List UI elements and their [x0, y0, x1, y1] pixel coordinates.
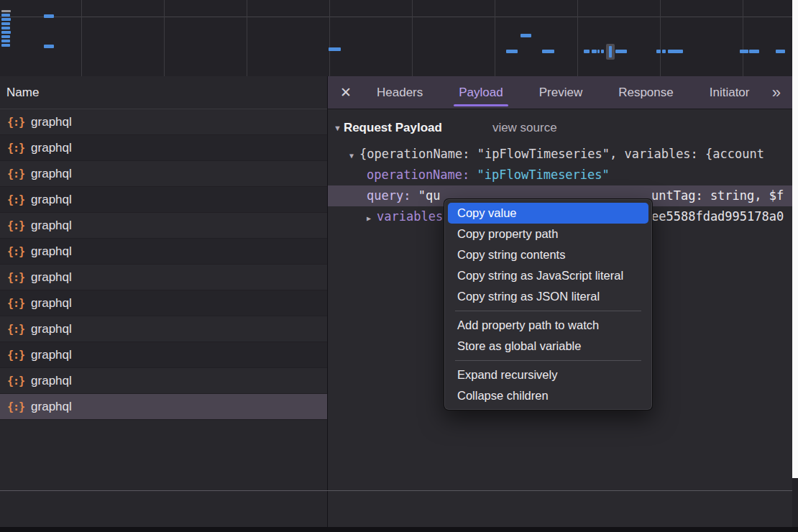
tab-headers[interactable]: Headers: [375, 76, 424, 109]
section-title: Request Payload: [344, 121, 442, 135]
timeline-request-bar: [1, 22, 10, 25]
request-row-graphql[interactable]: {:}graphql: [0, 342, 327, 368]
timeline-request-bar: [506, 50, 518, 53]
timeline-request-bar: [662, 50, 666, 53]
more-tabs-icon[interactable]: »: [772, 83, 781, 102]
json-request-icon: {:}: [7, 193, 24, 206]
menu-item-copy-string-as-json-literal[interactable]: Copy string as JSON literal: [448, 286, 648, 307]
tab-response[interactable]: Response: [617, 76, 675, 109]
json-request-icon: {:}: [7, 219, 24, 232]
tab-payload[interactable]: Payload: [457, 76, 504, 109]
request-name: graphql: [31, 244, 72, 259]
collapsed-triangle-icon[interactable]: ▶: [367, 214, 371, 222]
timeline-request-bar: [656, 50, 661, 53]
request-row-graphql[interactable]: {:}graphql: [0, 135, 327, 161]
timeline-request-bar: [776, 50, 785, 53]
request-row-graphql[interactable]: {:}graphql: [0, 290, 327, 316]
timeline-request-bar: [615, 50, 627, 53]
request-row-graphql[interactable]: {:}graphql: [0, 109, 327, 135]
request-row-graphql[interactable]: {:}graphql: [0, 265, 327, 290]
request-list-panel: Name {:}graphql{:}graphql{:}graphql{:}gr…: [0, 76, 328, 527]
tab-initiator[interactable]: Initiator: [708, 76, 751, 109]
menu-item-copy-string-contents[interactable]: Copy string contents: [448, 244, 648, 265]
json-request-icon: {:}: [7, 323, 24, 336]
request-name: graphql: [31, 270, 72, 285]
menu-item-add-property-path-to-watch[interactable]: Add property path to watch: [448, 315, 648, 336]
json-request-icon: {:}: [7, 116, 24, 129]
menu-item-expand-recursively[interactable]: Expand recursively: [448, 364, 648, 385]
timeline-request-bar: [584, 50, 590, 53]
request-row-graphql[interactable]: {:}graphql: [0, 161, 327, 187]
request-row-graphql[interactable]: {:}graphql: [0, 213, 327, 239]
detail-tab-bar: ✕ HeadersPayloadPreviewResponseInitiator…: [328, 76, 792, 109]
json-request-icon: {:}: [7, 349, 24, 362]
property-value-right: untTag: string, $f: [651, 185, 784, 206]
timeline-request-bar: [668, 50, 683, 53]
view-source-link[interactable]: view source: [492, 121, 557, 135]
name-column-header[interactable]: Name: [0, 76, 327, 109]
name-column-label: Name: [6, 86, 39, 99]
request-name: graphql: [31, 115, 72, 129]
json-request-icon: {:}: [7, 297, 24, 310]
timeline-request-bar: [1, 44, 10, 47]
context-menu: Copy valueCopy property pathCopy string …: [444, 198, 653, 411]
timeline-request-bar: [1, 18, 11, 21]
network-overview-timeline[interactable]: [0, 0, 792, 77]
property-key: query:: [367, 188, 411, 203]
timeline-gridline: [81, 0, 82, 76]
menu-item-copy-string-as-javascript-literal[interactable]: Copy string as JavaScript literal: [448, 265, 648, 286]
timeline-marker-bar: [609, 46, 612, 58]
timeline-request-bar: [749, 50, 759, 53]
tree-row-operation-name[interactable]: operationName: "ipFlowTimeseries": [328, 165, 792, 185]
window-bottom-edge: [0, 527, 798, 532]
timeline-gridline: [412, 0, 413, 76]
timeline-gridline: [743, 0, 743, 76]
request-name: graphql: [31, 193, 72, 207]
menu-item-store-as-global-variable[interactable]: Store as global variable: [448, 336, 648, 357]
expanded-triangle-icon[interactable]: ▼: [349, 152, 354, 160]
request-row-graphql[interactable]: {:}graphql: [0, 187, 327, 213]
request-row-graphql[interactable]: {:}graphql: [0, 239, 327, 265]
timeline-request-bar: [1, 35, 10, 38]
request-row-graphql[interactable]: {:}graphql: [0, 316, 327, 342]
json-request-icon: {:}: [7, 168, 24, 180]
property-value-left: "qu: [418, 188, 441, 203]
timeline-gridline: [329, 0, 330, 76]
property-value-right: ee5588fdad995178a0: [651, 206, 784, 227]
request-rows: {:}graphql{:}graphql{:}graphql{:}graphql…: [0, 109, 327, 420]
tab-strip: HeadersPayloadPreviewResponseInitiator: [375, 76, 751, 109]
collapse-triangle-icon[interactable]: ▼: [334, 124, 341, 132]
close-icon[interactable]: ✕: [328, 76, 364, 109]
json-request-icon: {:}: [7, 375, 24, 387]
timeline-request-bar: [1, 27, 10, 29]
menu-item-copy-value[interactable]: Copy value: [448, 203, 648, 224]
timeline-gridline: [577, 0, 578, 76]
menu-separator: [455, 360, 641, 361]
tree-row-root[interactable]: ▼{operationName: "ipFlowTimeseries", var…: [328, 144, 792, 165]
request-name: graphql: [31, 374, 72, 388]
request-name: graphql: [31, 141, 72, 155]
timeline-gridline: [247, 0, 247, 76]
timeline-request-bar: [597, 50, 600, 53]
timeline-request-bar: [542, 50, 554, 53]
request-name: graphql: [31, 400, 72, 414]
timeline-request-bar: [1, 31, 11, 34]
timeline-request-bar: [601, 50, 604, 53]
timeline-request-bar: [1, 14, 10, 17]
menu-item-copy-property-path[interactable]: Copy property path: [448, 224, 648, 244]
property-value: "ipFlowTimeseries": [477, 168, 610, 182]
timeline-gridline: [660, 0, 661, 76]
timeline-request-bar: [1, 10, 11, 12]
request-row-graphql[interactable]: {:}graphql: [0, 368, 327, 394]
property-key: operationName:: [367, 168, 469, 182]
json-request-icon: {:}: [7, 142, 24, 155]
request-name: graphql: [31, 296, 72, 311]
timeline-request-bar: [520, 34, 531, 37]
timeline-request-bar: [44, 14, 54, 18]
timeline-request-bar: [1, 40, 10, 42]
request-row-graphql[interactable]: {:}graphql: [0, 394, 327, 420]
timeline-request-bar: [44, 45, 54, 48]
menu-item-collapse-children[interactable]: Collapse children: [448, 385, 648, 406]
footer-divider: [0, 490, 792, 491]
tab-preview[interactable]: Preview: [538, 76, 584, 109]
